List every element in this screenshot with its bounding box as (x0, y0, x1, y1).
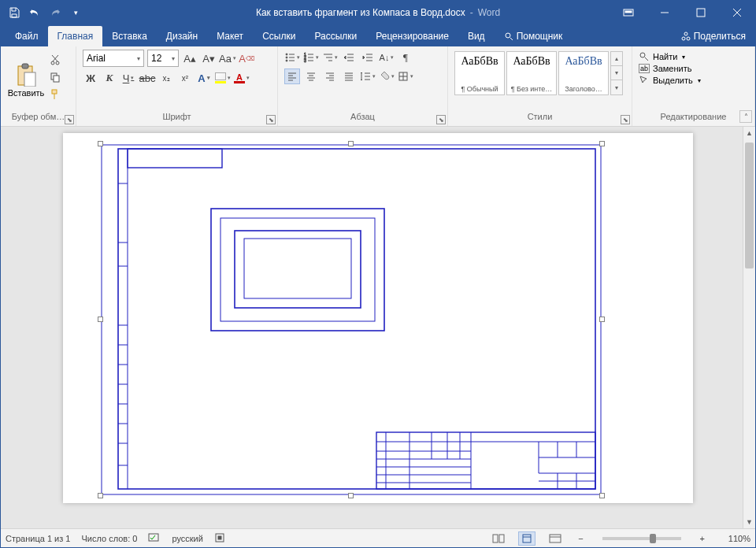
align-left-icon[interactable] (284, 68, 300, 84)
document-area[interactable] (1, 127, 755, 528)
tab-design[interactable]: Дизайн (157, 26, 207, 46)
svg-rect-114 (550, 535, 561, 542)
svg-point-26 (286, 60, 287, 61)
quick-access-toolbar: ▾ (1, 6, 83, 20)
zoom-out-icon[interactable]: − (575, 534, 586, 543)
replace-button[interactable]: abЗаменить (639, 64, 701, 73)
subscript-button[interactable]: x₂ (158, 70, 174, 86)
svg-rect-81 (128, 149, 222, 168)
group-paragraph: 123 A↓ ¶ (278, 46, 448, 126)
tab-help[interactable]: Помощник (495, 26, 573, 46)
embedded-object[interactable] (101, 144, 602, 495)
tab-layout[interactable]: Макет (207, 26, 253, 46)
underline-button[interactable]: Ч (120, 70, 136, 86)
zoom-level[interactable]: 110% (719, 534, 750, 543)
shrink-font-icon[interactable]: A▾ (201, 50, 217, 66)
paste-button[interactable]: Вставить (7, 50, 45, 110)
svg-rect-13 (24, 72, 35, 87)
undo-icon[interactable] (28, 6, 42, 20)
style-nospacing[interactable]: АаБбВв ¶ Без инте… (506, 51, 557, 95)
font-name-combo[interactable]: Arial▾ (83, 50, 144, 67)
maximize-icon[interactable] (683, 1, 719, 24)
svg-rect-109 (218, 536, 221, 539)
view-print-icon[interactable] (518, 531, 536, 546)
find-button[interactable]: Найти▾ (639, 51, 701, 62)
svg-rect-19 (54, 76, 59, 82)
tab-review[interactable]: Рецензирование (366, 26, 458, 46)
svg-rect-12 (22, 64, 28, 68)
tab-home[interactable]: Главная (48, 26, 103, 46)
svg-point-9 (682, 37, 685, 40)
sort-icon[interactable]: A↓ (379, 50, 395, 65)
svg-rect-84 (235, 231, 361, 308)
outdent-icon[interactable] (341, 50, 357, 65)
save-icon[interactable] (7, 6, 21, 20)
clipboard-launcher-icon[interactable]: ⬊ (65, 115, 74, 124)
multilevel-icon[interactable] (322, 50, 338, 65)
tab-view[interactable]: Вид (458, 26, 495, 46)
shading-icon[interactable] (379, 68, 395, 84)
italic-button[interactable]: К (102, 70, 117, 86)
style-heading1[interactable]: АаБбВв Заголово… (558, 51, 609, 95)
vertical-scrollbar[interactable]: ▲▼ (743, 127, 755, 528)
redo-icon[interactable] (48, 6, 62, 20)
tab-file[interactable]: Файл (6, 26, 48, 46)
justify-icon[interactable] (341, 68, 357, 84)
svg-rect-1 (625, 11, 632, 13)
font-color-icon[interactable]: A (234, 70, 250, 86)
view-web-icon[interactable] (547, 531, 564, 546)
view-read-icon[interactable] (490, 531, 507, 546)
status-page[interactable]: Страница 1 из 1 (6, 534, 70, 543)
status-words[interactable]: Число слов: 0 (81, 534, 137, 543)
close-icon[interactable] (719, 1, 755, 24)
align-center-icon[interactable] (303, 68, 319, 84)
line-spacing-icon[interactable] (360, 68, 376, 84)
document-area-wrap: ▲▼ (1, 127, 755, 528)
status-macro-icon[interactable] (214, 532, 225, 545)
kompas-drawing (101, 144, 602, 495)
highlight-icon[interactable] (215, 70, 231, 86)
tab-insert[interactable]: Вставка (102, 26, 157, 46)
zoom-in-icon[interactable]: + (697, 534, 708, 543)
ribbon-options-icon[interactable] (610, 1, 647, 24)
style-normal[interactable]: АаБбВв ¶ Обычный (454, 51, 505, 95)
align-right-icon[interactable] (322, 68, 338, 84)
status-spell-icon[interactable] (148, 532, 161, 545)
superscript-button[interactable]: x² (177, 70, 193, 86)
svg-rect-68 (118, 149, 595, 489)
font-launcher-icon[interactable]: ⬊ (266, 115, 276, 124)
collapse-ribbon-icon[interactable]: ˄ (739, 110, 752, 123)
borders-icon[interactable] (398, 68, 413, 84)
share-button[interactable]: Поделиться (672, 26, 755, 46)
svg-point-8 (684, 32, 687, 35)
strike-button[interactable]: abc (139, 70, 155, 86)
styles-launcher-icon[interactable]: ⬊ (621, 115, 630, 124)
show-marks-icon[interactable]: ¶ (398, 50, 413, 65)
svg-rect-110 (493, 535, 498, 542)
clear-format-icon[interactable]: A⌫ (239, 50, 254, 66)
zoom-slider[interactable] (602, 537, 681, 540)
format-painter-icon[interactable] (48, 87, 62, 102)
select-button[interactable]: Выделить▾ (639, 75, 701, 86)
numbering-icon[interactable]: 123 (303, 50, 319, 65)
text-effects-icon[interactable]: A (196, 70, 212, 86)
grow-font-icon[interactable]: A▴ (182, 50, 198, 66)
status-lang[interactable]: русский (172, 534, 202, 543)
cut-icon[interactable] (48, 53, 62, 67)
svg-rect-112 (523, 535, 531, 542)
bold-button[interactable]: Ж (83, 70, 98, 86)
indent-icon[interactable] (360, 50, 376, 65)
change-case-icon[interactable]: Aa (220, 50, 235, 66)
styles-gallery-nav[interactable]: ▴▾▾ (610, 51, 623, 95)
ribbon-tabs: Файл Главная Вставка Дизайн Макет Ссылки… (1, 24, 755, 46)
minimize-icon[interactable] (647, 1, 683, 24)
svg-point-65 (640, 53, 645, 57)
font-size-combo[interactable]: 12▾ (147, 50, 179, 67)
copy-icon[interactable] (48, 70, 62, 84)
tab-references[interactable]: Ссылки (253, 26, 305, 46)
paragraph-launcher-icon[interactable]: ⬊ (436, 115, 446, 124)
tab-mailings[interactable]: Рассылки (305, 26, 366, 46)
qat-customize-icon[interactable]: ▾ (69, 6, 83, 20)
svg-rect-20 (52, 90, 57, 94)
bullets-icon[interactable] (284, 50, 300, 65)
